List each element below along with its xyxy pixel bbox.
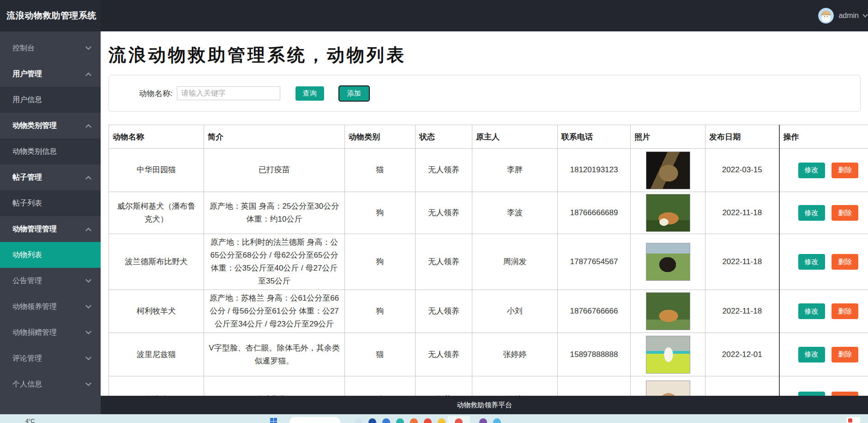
taskbar-app-icon[interactable] — [410, 418, 418, 423]
taskbar-app-icon[interactable] — [493, 418, 501, 423]
app-logo-title: 流浪动物救助管理系统 — [0, 0, 101, 31]
animal-photo-corgi — [646, 194, 690, 232]
animal-status: 无人领养 — [416, 333, 472, 376]
edit-button[interactable]: 修改 — [798, 163, 825, 178]
taskbar-search-input[interactable] — [289, 417, 340, 423]
col-header-owner: 原主人 — [472, 125, 558, 149]
chevron-up-icon — [85, 124, 91, 130]
user-menu[interactable]: admin — [818, 0, 864, 31]
delete-button[interactable]: 删除 — [832, 392, 858, 396]
sidebar-item-label: 个人信息 — [12, 380, 42, 389]
taskbar-app-icon[interactable] — [438, 418, 446, 423]
sidebar-item-label: 帖子列表 — [12, 199, 42, 208]
taskbar-app-icon[interactable] — [455, 418, 463, 423]
table-row: 波里尼兹猫 V字型脸、杏仁眼。除体毛外，其余类似暹罗猫。 猫 无人领养 张婷婷 … — [109, 333, 868, 376]
sidebar-item-animal-list[interactable]: 动物列表 — [0, 242, 101, 268]
animal-owner: 周润发 — [472, 234, 558, 290]
animal-name: 威尔斯柯基犬（潘布鲁克犬） — [109, 192, 204, 234]
footer-text: 动物救助领养平台 — [457, 401, 512, 410]
animal-name: 波兰德斯布比野犬 — [109, 234, 204, 290]
animal-status: 无人领养 — [416, 149, 472, 192]
add-button[interactable]: 添加 — [338, 85, 370, 102]
taskbar-app-icon[interactable] — [479, 418, 487, 423]
animal-category: 狗 — [345, 376, 416, 396]
animal-intro: 原产地：比利时的法兰德斯 身高：公65公分至68公分 / 母62公分至65公分 … — [204, 234, 345, 290]
animal-category: 狗 — [345, 234, 416, 290]
taskbar-notification[interactable] — [846, 417, 860, 423]
animal-status: 领养 — [416, 376, 472, 396]
sidebar-item-label: 公告管理 — [12, 276, 42, 286]
sidebar-item-comment-mgmt[interactable]: 评论管理 — [0, 345, 101, 371]
chevron-up-icon — [85, 72, 91, 78]
animal-date: 2022-11-18 — [705, 290, 779, 333]
sidebar-item-label: 评论管理 — [12, 354, 42, 363]
taskbar-app-icon[interactable] — [382, 418, 390, 423]
col-header-intro: 简介 — [204, 125, 345, 149]
chevron-down-icon — [85, 277, 91, 283]
topbar: admin — [101, 0, 868, 31]
table-row: 中华田园猫 已打疫苗 猫 无人领养 李胖 18120193123 2022-03… — [109, 149, 868, 192]
query-button[interactable]: 查询 — [295, 86, 324, 101]
sidebar-item-user-info[interactable]: 用户信息 — [0, 87, 101, 113]
animal-table: 动物名称 简介 动物类别 状态 原主人 联系电话 照片 发布日期 操作 中华田园… — [108, 125, 868, 396]
animal-date: 2022-03-14 — [705, 376, 779, 396]
animal-category: 猫 — [345, 149, 416, 192]
sidebar-item-label: 动物类别管理 — [12, 121, 57, 131]
animal-name: 柯利牧羊犬 — [109, 290, 204, 333]
edit-button[interactable]: 修改 — [798, 205, 825, 221]
animal-intro: 原产地：英国 身高：25公分至30公分 体重：约10公斤 — [204, 192, 345, 234]
taskbar-app-icon[interactable] — [396, 418, 404, 423]
page-title: 流浪动物救助管理系统，动物列表 — [108, 43, 868, 67]
animal-intro: V字型脸、杏仁眼。除体毛外，其余类似暹罗猫。 — [204, 333, 345, 376]
sidebar-item-label: 用户信息 — [12, 95, 42, 105]
taskbar-app-icon[interactable] — [424, 418, 432, 423]
os-taskbar: 4°C — [0, 414, 868, 423]
sidebar-item-category-mgmt[interactable]: 动物类别管理 — [0, 113, 101, 139]
sidebar-item-profile[interactable]: 个人信息 — [0, 371, 101, 397]
delete-button[interactable]: 删除 — [832, 303, 858, 319]
edit-button[interactable]: 修改 — [798, 347, 825, 363]
avatar — [818, 8, 834, 24]
sidebar-item-console[interactable]: 控制台 — [0, 35, 101, 61]
delete-button[interactable]: 删除 — [832, 347, 858, 363]
sidebar-item-post-mgmt[interactable]: 帖子管理 — [0, 164, 101, 190]
animal-intro: 体质非常好 — [204, 376, 345, 396]
animal-name: 中华田园猫 — [109, 149, 204, 192]
col-header-status: 状态 — [416, 125, 472, 149]
windows-start-icon[interactable] — [270, 418, 277, 423]
sidebar-item-post-list[interactable]: 帖子列表 — [0, 190, 101, 216]
sidebar-item-label: 动物管理管理 — [12, 224, 57, 234]
animal-phone: 18120193123 — [558, 149, 631, 192]
weather-widget[interactable]: 4°C — [25, 418, 35, 423]
chevron-down-icon — [85, 302, 91, 308]
animal-photo-corgi — [646, 292, 690, 330]
main-content: 流浪动物救助管理系统，动物列表 动物名称: 查询 添加 动物名称 简介 动物类别… — [101, 31, 868, 396]
animal-category: 狗 — [345, 290, 416, 333]
animal-photo-black-dog — [646, 243, 690, 281]
animal-date: 2022-11-18 — [705, 192, 779, 234]
animal-phone: 15897888888 — [558, 333, 631, 376]
sidebar-menu: 控制台 用户管理 用户信息 动物类别管理 动物类别信息 帖子管理 帖子列表 动物… — [0, 31, 101, 397]
sidebar-item-donate-mgmt[interactable]: 动物捐赠管理 — [0, 320, 101, 345]
sidebar-item-label: 帖子管理 — [12, 173, 42, 182]
taskbar-app-icon[interactable] — [368, 418, 376, 423]
delete-button[interactable]: 删除 — [832, 205, 858, 221]
animal-status: 无人领养 — [416, 234, 472, 290]
animal-table-wrap: 动物名称 简介 动物类别 状态 原主人 联系电话 照片 发布日期 操作 中华田园… — [108, 125, 868, 396]
search-input[interactable] — [177, 86, 280, 100]
sidebar-item-adopt-mgmt[interactable]: 动物领养管理 — [0, 294, 101, 320]
animal-date: 2022-03-15 — [705, 149, 779, 192]
sidebar-item-user-mgmt[interactable]: 用户管理 — [0, 61, 101, 87]
edit-button[interactable]: 修改 — [798, 392, 825, 396]
sidebar-item-category-info[interactable]: 动物类别信息 — [0, 139, 101, 164]
delete-button[interactable]: 删除 — [832, 254, 858, 270]
animal-owner: 李波 — [472, 192, 558, 234]
edit-button[interactable]: 修改 — [798, 254, 825, 270]
sidebar-item-animal-mgmt[interactable]: 动物管理管理 — [0, 216, 101, 242]
delete-button[interactable]: 删除 — [832, 163, 858, 178]
sidebar-item-notice-mgmt[interactable]: 公告管理 — [0, 268, 101, 294]
edit-button[interactable]: 修改 — [798, 303, 825, 319]
col-header-category: 动物类别 — [345, 125, 416, 149]
animal-date: 2022-12-01 — [705, 333, 779, 376]
taskbar-app-icon[interactable] — [355, 418, 362, 423]
